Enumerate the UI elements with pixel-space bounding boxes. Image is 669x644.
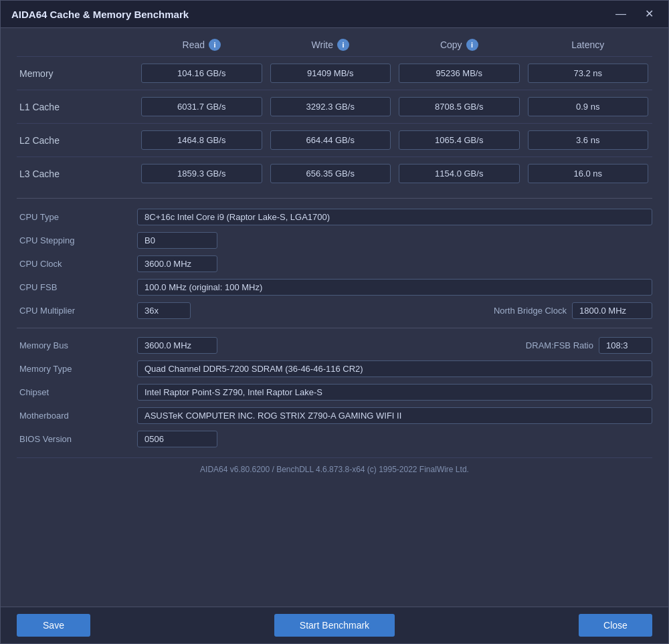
info-section: CPU Type 8C+16c Intel Core i9 (Raptor La… — [17, 207, 652, 449]
cpu-stepping-label: CPU Stepping — [17, 235, 137, 245]
minimize-button[interactable]: — — [611, 7, 630, 21]
main-window: AIDA64 Cache & Memory Benchmark — ✕ Read… — [0, 0, 669, 644]
cpu-stepping-row: CPU Stepping B0 — [17, 230, 652, 251]
bios-row: BIOS Version 0506 — [17, 429, 652, 449]
bios-value: 0506 — [137, 431, 217, 447]
cpu-type-row: CPU Type 8C+16c Intel Core i9 (Raptor La… — [17, 207, 652, 227]
footer-status: AIDA64 v6.80.6200 / BenchDLL 4.6.873.8-x… — [17, 457, 652, 478]
content-area: Read i Write i Copy i Latency Memory 104… — [1, 28, 668, 607]
bottom-bar: Save Start Benchmark Close — [1, 607, 668, 643]
copy-info-icon[interactable]: i — [466, 39, 478, 51]
chipset-row: Chipset Intel Raptor Point-S Z790, Intel… — [17, 382, 652, 403]
window-controls: — ✕ — [611, 7, 658, 21]
north-bridge-value: 1800.0 MHz — [572, 302, 652, 319]
motherboard-row: Motherboard ASUSTeK COMPUTER INC. ROG ST… — [17, 405, 652, 426]
l2cache-write: 664.44 GB/s — [270, 130, 391, 150]
bios-label: BIOS Version — [17, 434, 137, 444]
cpu-stepping-value: B0 — [137, 232, 217, 249]
l2cache-copy: 1065.4 GB/s — [399, 130, 520, 150]
dram-fsb-value: 108:3 — [599, 337, 652, 354]
cpu-multiplier-label: CPU Multiplier — [17, 306, 137, 316]
cpu-fsb-value: 100.0 MHz (original: 100 MHz) — [137, 279, 652, 296]
cpu-clock-value: 3600.0 MHz — [137, 255, 217, 272]
memory-bus-value: 3600.0 MHz — [137, 337, 217, 354]
memory-type-row: Memory Type Quad Channel DDR5-7200 SDRAM… — [17, 358, 652, 379]
start-benchmark-button[interactable]: Start Benchmark — [274, 614, 395, 637]
l1cache-latency: 0.9 ns — [528, 97, 649, 116]
read-info-icon[interactable]: i — [209, 39, 221, 51]
l1cache-row: L1 Cache 6031.7 GB/s 3292.3 GB/s 8708.5 … — [17, 90, 652, 123]
chipset-value: Intel Raptor Point-S Z790, Intel Raptor … — [137, 384, 652, 401]
write-info-icon[interactable]: i — [337, 39, 349, 51]
cpu-multiplier-value: 36x — [137, 302, 191, 319]
cpu-multiplier-row: CPU Multiplier 36x North Bridge Clock 18… — [17, 300, 652, 321]
l2cache-read: 1464.8 GB/s — [141, 130, 262, 150]
cpu-type-label: CPU Type — [17, 212, 137, 222]
l3cache-write: 656.35 GB/s — [270, 164, 391, 183]
section-divider-2 — [17, 328, 652, 328]
memory-type-label: Memory Type — [17, 364, 137, 374]
motherboard-value: ASUSTeK COMPUTER INC. ROG STRIX Z790-A G… — [137, 407, 652, 424]
l2cache-label: L2 Cache — [17, 135, 137, 146]
window-title: AIDA64 Cache & Memory Benchmark — [11, 9, 189, 20]
memory-bus-label: Memory Bus — [17, 340, 137, 350]
l3cache-copy: 1154.0 GB/s — [399, 164, 520, 183]
cpu-type-value: 8C+16c Intel Core i9 (Raptor Lake-S, LGA… — [137, 209, 652, 225]
l2cache-row: L2 Cache 1464.8 GB/s 664.44 GB/s 1065.4 … — [17, 123, 652, 156]
memory-bus-row: Memory Bus 3600.0 MHz DRAM:FSB Ratio 108… — [17, 335, 652, 356]
save-button[interactable]: Save — [17, 614, 90, 637]
close-button-bottom[interactable]: Close — [579, 614, 652, 637]
l2cache-latency: 3.6 ns — [528, 130, 649, 150]
close-button[interactable]: ✕ — [641, 7, 658, 21]
l1cache-label: L1 Cache — [17, 102, 137, 112]
write-header: Write i — [266, 39, 395, 51]
l3cache-row: L3 Cache 1859.3 GB/s 656.35 GB/s 1154.0 … — [17, 156, 652, 190]
section-divider — [17, 198, 652, 199]
dram-fsb-label: DRAM:FSB Ratio — [526, 340, 593, 350]
motherboard-label: Motherboard — [17, 411, 137, 421]
latency-header: Latency — [524, 39, 653, 50]
memory-latency: 73.2 ns — [528, 64, 649, 83]
l3cache-latency: 16.0 ns — [528, 164, 649, 183]
memory-type-value: Quad Channel DDR5-7200 SDRAM (36-46-46-1… — [137, 360, 652, 377]
cpu-fsb-row: CPU FSB 100.0 MHz (original: 100 MHz) — [17, 277, 652, 298]
l1cache-write: 3292.3 GB/s — [270, 97, 391, 116]
chipset-label: Chipset — [17, 387, 137, 397]
cpu-clock-row: CPU Clock 3600.0 MHz — [17, 253, 652, 274]
memory-read: 104.16 GB/s — [141, 64, 262, 83]
memory-label: Memory — [17, 68, 137, 79]
column-headers: Read i Write i Copy i Latency — [17, 39, 652, 51]
copy-header: Copy i — [395, 39, 524, 51]
l1cache-read: 6031.7 GB/s — [141, 97, 262, 116]
cpu-clock-label: CPU Clock — [17, 259, 137, 269]
title-bar: AIDA64 Cache & Memory Benchmark — ✕ — [1, 1, 668, 28]
memory-copy: 95236 MB/s — [399, 64, 520, 83]
l3cache-label: L3 Cache — [17, 169, 137, 179]
north-bridge-label: North Bridge Clock — [494, 306, 567, 316]
memory-row: Memory 104.16 GB/s 91409 MB/s 95236 MB/s… — [17, 56, 652, 90]
l1cache-copy: 8708.5 GB/s — [399, 97, 520, 116]
memory-write: 91409 MB/s — [270, 64, 391, 83]
read-header: Read i — [137, 39, 266, 51]
l3cache-read: 1859.3 GB/s — [141, 164, 262, 183]
cpu-fsb-label: CPU FSB — [17, 282, 137, 292]
